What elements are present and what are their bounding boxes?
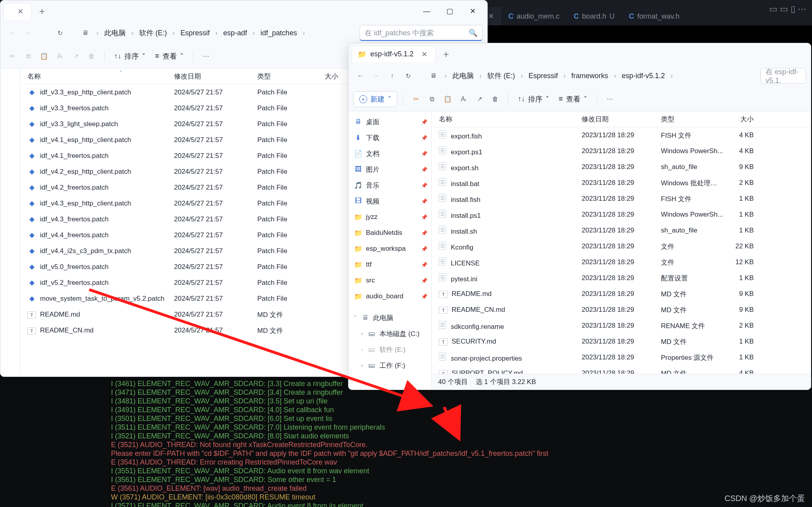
file-row[interactable]: sonar-project.properties2023/11/28 18:29…	[432, 350, 811, 365]
col-date[interactable]: 修改日期	[167, 72, 250, 81]
pin-icon[interactable]: 📌	[421, 151, 427, 157]
new-tab-button[interactable]: ＋	[35, 4, 49, 18]
view-button[interactable]: ≡ 查看 ˅	[151, 49, 188, 63]
tree-item[interactable]: ›🖴软件 (E:)	[349, 342, 431, 357]
breadcrumb-item[interactable]: 软件 (E:)	[139, 28, 167, 38]
tree-item[interactable]: ›🖴本地磁盘 (C:)	[349, 326, 431, 342]
vscode-tab[interactable]: Caudio_mem.c	[501, 7, 567, 25]
refresh-button[interactable]: ↻	[401, 69, 415, 83]
col-type[interactable]: 类型	[250, 72, 318, 81]
sidebar-item[interactable]: 📄文档📌	[349, 146, 431, 161]
back-button[interactable]: ←	[353, 69, 368, 83]
pin-icon[interactable]: 📌	[421, 135, 427, 141]
maximize-button[interactable]: ▢	[438, 2, 461, 20]
window-tab[interactable]: 📁esp-idf-v5.1.2✕	[352, 46, 436, 62]
share-icon[interactable]: ↗	[472, 92, 486, 106]
pin-icon[interactable]: 📌	[421, 198, 427, 204]
sidebar-item[interactable]: 🖥桌面📌	[349, 114, 431, 130]
back-button[interactable]: ←	[5, 26, 19, 40]
tree-item[interactable]: ›🖴工作 (F:)	[349, 357, 431, 373]
sidebar-item[interactable]: 🖼图片📌	[349, 161, 431, 177]
pin-icon[interactable]: 📌	[421, 119, 427, 125]
breadcrumb-item[interactable]: esp-idf-v5.1.2	[622, 72, 665, 80]
breadcrumb-item[interactable]: idf_patches	[260, 29, 297, 37]
file-row[interactable]: TREADME_CN.md2023/11/28 18:29MD 文件9 KB	[432, 302, 811, 318]
file-row[interactable]: export.fish2023/11/28 18:29FISH 文件4 KB	[432, 127, 811, 143]
pin-icon[interactable]: 📌	[421, 294, 427, 300]
paste-icon[interactable]: 📋	[37, 49, 51, 63]
col-size[interactable]: 大小	[723, 115, 761, 124]
file-row[interactable]: install.sh2023/11/28 18:29sh_auto_file1 …	[432, 223, 811, 238]
sidebar-item[interactable]: 📁audio_board📌	[349, 288, 431, 304]
pin-icon[interactable]: 📌	[421, 278, 427, 284]
breadcrumb[interactable]: ›此电脑›软件 (E:)›Espressif›frameworks›esp-id…	[442, 71, 759, 81]
pin-icon[interactable]: 📌	[421, 230, 427, 236]
col-type[interactable]: 类型	[654, 115, 723, 124]
forward-button[interactable]: →	[369, 69, 383, 83]
delete-icon[interactable]: 🗑	[84, 49, 99, 63]
column-headers[interactable]: 名称 修改日期 类型 大小	[432, 111, 811, 127]
delete-icon[interactable]: 🗑	[488, 92, 502, 106]
pin-icon[interactable]: 📌	[421, 167, 427, 173]
sidebar-item[interactable]: 📁esp_workspa📌	[349, 241, 431, 257]
vscode-tab[interactable]: Cboard.h U	[567, 7, 622, 25]
close-icon[interactable]: ✕	[421, 50, 427, 59]
expand-icon[interactable]: ›	[361, 331, 363, 336]
breadcrumb-item[interactable]: 此电脑	[104, 28, 126, 38]
file-row[interactable]: pytest.ini2023/11/28 18:29配置设置1 KB	[432, 270, 811, 286]
vscode-layout-icons[interactable]: ▭ ▭ ▯ ⋯	[769, 4, 806, 14]
file-row[interactable]: Kconfig2023/11/28 18:29文件22 KB	[432, 238, 811, 254]
close-icon[interactable]: ✕	[17, 7, 23, 16]
file-row[interactable]: LICENSE2023/11/28 18:29文件12 KB	[432, 254, 811, 270]
more-icon[interactable]: ⋯	[603, 92, 617, 106]
pin-icon[interactable]: 📌	[421, 262, 427, 268]
sidebar-item[interactable]: ⬇下载📌	[349, 130, 431, 146]
close-button[interactable]: ✕	[461, 2, 484, 20]
pc-icon[interactable]: 🖥	[426, 69, 440, 83]
forward-button[interactable]: →	[21, 26, 35, 40]
paste-icon[interactable]: 📋	[440, 92, 455, 106]
pin-icon[interactable]: 📌	[421, 214, 427, 220]
close-icon[interactable]: ✕	[488, 12, 494, 21]
search-icon[interactable]: 🔍	[469, 29, 477, 37]
cut-icon[interactable]: ✂	[5, 49, 19, 63]
rename-icon[interactable]: Aᵢ	[456, 92, 471, 106]
view-button[interactable]: ≡ 查看 ˅	[555, 92, 591, 106]
new-tab-button[interactable]: ＋	[439, 47, 453, 61]
minimize-button[interactable]: —	[415, 2, 438, 20]
sidebar-item[interactable]: 🎞视频📌	[349, 193, 431, 209]
breadcrumb-item[interactable]: Espressif	[180, 29, 210, 37]
copy-icon[interactable]: ⧉	[425, 92, 439, 106]
titlebar[interactable]: ✕ ＋ — ▢ ✕	[0, 0, 487, 22]
window-tab[interactable]: ✕	[4, 3, 32, 19]
tree-item[interactable]: ˅🖥此电脑	[349, 310, 431, 326]
file-row[interactable]: install.ps12023/11/28 18:29Windows Power…	[432, 207, 811, 223]
breadcrumb-item[interactable]: 软件 (E:)	[487, 71, 515, 81]
breadcrumb-item[interactable]: Espressif	[529, 72, 558, 80]
file-row[interactable]: TSECURITY.md2023/11/28 18:29MD 文件1 KB	[432, 334, 811, 350]
expand-icon[interactable]: ›	[361, 363, 363, 368]
copy-icon[interactable]: ⧉	[21, 49, 35, 63]
breadcrumb[interactable]: ›此电脑›软件 (E:)›Espressif›esp-adf›idf_patch…	[94, 28, 358, 38]
new-button[interactable]: +新建 ˅	[353, 91, 397, 107]
titlebar[interactable]: 📁esp-idf-v5.1.2✕ ＋	[349, 43, 811, 65]
refresh-button[interactable]: ↻	[53, 26, 67, 40]
col-name[interactable]: 名称	[432, 115, 575, 124]
sidebar-item[interactable]: 📁src📌	[349, 273, 431, 288]
file-row[interactable]: TREADME.md2023/11/28 18:29MD 文件9 KB	[432, 286, 811, 302]
file-row[interactable]: install.bat2023/11/28 18:29Windows 批处理文件…	[432, 175, 811, 191]
breadcrumb-item[interactable]: esp-adf	[223, 29, 247, 37]
sort-button[interactable]: ↑↓ 排序 ˅	[514, 92, 553, 106]
expand-icon[interactable]: ˅	[354, 315, 356, 321]
share-icon[interactable]: ↗	[69, 49, 83, 63]
sidebar-item[interactable]: 📁ttf📌	[349, 257, 431, 273]
col-name[interactable]: 名称	[20, 72, 167, 81]
sidebar-item[interactable]: 📁jyzz📌	[349, 209, 431, 225]
pin-icon[interactable]: 📌	[421, 182, 427, 188]
col-date[interactable]: 修改日期	[575, 115, 654, 124]
up-button[interactable]: ↑	[385, 69, 399, 83]
breadcrumb-item[interactable]: frameworks	[571, 72, 608, 80]
pc-icon[interactable]: 🖥	[78, 26, 92, 40]
breadcrumb-item[interactable]: 此电脑	[452, 71, 474, 81]
sidebar-item[interactable]: 🎵音乐📌	[349, 177, 431, 193]
